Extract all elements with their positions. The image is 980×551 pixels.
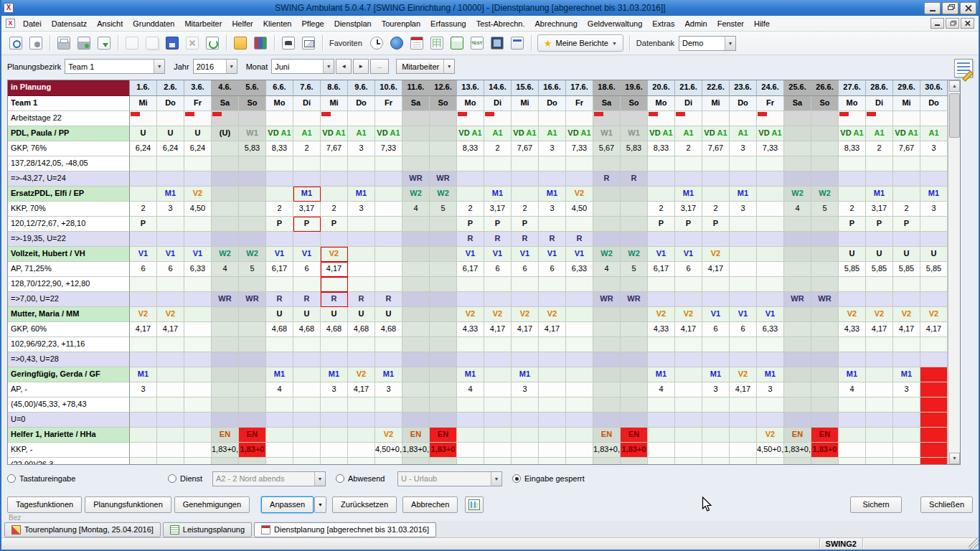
shift-cell[interactable] (593, 187, 621, 202)
shift-cell[interactable] (512, 187, 539, 202)
rest-cell[interactable] (866, 352, 893, 367)
extra-cell[interactable] (839, 458, 866, 464)
menu-datensatz[interactable]: Datensatz (47, 17, 93, 31)
child-close-button[interactable] (961, 18, 974, 29)
rest-cell[interactable] (457, 171, 484, 187)
rest-cell[interactable] (675, 413, 702, 428)
rest-cell[interactable]: R (375, 292, 402, 307)
extra-cell[interactable] (621, 337, 648, 352)
rest-cell[interactable] (484, 292, 512, 307)
extra-cell[interactable] (839, 277, 866, 292)
rest-cell[interactable] (184, 292, 212, 307)
hours-cell[interactable]: 4,68 (293, 322, 321, 337)
rest-cell[interactable] (730, 171, 757, 187)
shift-cell[interactable] (866, 367, 893, 382)
shift-cell[interactable] (648, 187, 675, 202)
extra-cell[interactable] (621, 277, 648, 292)
abwesend-select[interactable]: U - Urlaub▼ (397, 471, 502, 486)
extra-cell[interactable] (512, 277, 539, 292)
hours-cell[interactable] (811, 322, 839, 337)
hours-cell[interactable]: 6,17 (648, 262, 675, 277)
extra-cell[interactable] (784, 156, 811, 171)
shift-cell[interactable] (702, 428, 730, 443)
rest-cell[interactable] (621, 232, 648, 247)
rest-cell[interactable] (839, 171, 866, 187)
rest-cell[interactable] (321, 352, 348, 367)
favorite-clock-icon[interactable] (367, 34, 386, 52)
shift-cell[interactable]: V2 (648, 307, 675, 322)
rest-cell[interactable] (757, 352, 784, 367)
extra-cell[interactable] (266, 156, 293, 171)
dienst-select[interactable]: A2 - 2 Nord abends▼ (212, 471, 326, 486)
shift-cell[interactable] (130, 187, 157, 202)
hours-cell[interactable]: 4,68 (348, 322, 375, 337)
shift-cell[interactable]: A1 (730, 126, 757, 141)
rest-cell[interactable] (375, 232, 402, 247)
extra-cell[interactable]: P (293, 217, 321, 232)
date-header[interactable]: 9.6. (348, 80, 375, 96)
shift-cell[interactable] (402, 247, 430, 262)
hours-cell[interactable] (621, 202, 648, 217)
extra-cell[interactable] (621, 458, 648, 464)
shift-cell[interactable]: VDA1 (375, 126, 402, 141)
hours-cell[interactable]: 6,33 (566, 262, 593, 277)
date-header[interactable]: 4.6. (212, 80, 239, 96)
rest-cell[interactable] (130, 232, 157, 247)
abbrechen-button[interactable]: Abbrechen (402, 496, 458, 513)
rest-cell[interactable] (539, 292, 566, 307)
hours-cell[interactable]: 4,33 (839, 322, 866, 337)
shift-cell[interactable]: VDA1 (893, 126, 920, 141)
extra-cell[interactable] (593, 458, 621, 464)
shift-cell[interactable] (512, 428, 539, 443)
hours-cell[interactable] (893, 443, 920, 458)
hours-cell[interactable]: 3 (130, 382, 157, 397)
shift-cell[interactable] (811, 367, 839, 382)
hours-cell[interactable]: 6,24 (130, 141, 157, 156)
shift-cell[interactable]: V1 (648, 247, 675, 262)
hours-cell[interactable] (811, 382, 839, 397)
shift-cell[interactable]: V1 (293, 247, 321, 262)
hours-cell[interactable]: 8,33 (266, 141, 293, 156)
hours-cell[interactable]: 8,33 (839, 141, 866, 156)
rest-cell[interactable] (839, 413, 866, 428)
extra-cell[interactable] (130, 397, 157, 413)
rest-cell[interactable] (512, 292, 539, 307)
extra-cell[interactable] (566, 156, 593, 171)
hours-cell[interactable]: 6 (539, 262, 566, 277)
hours-cell[interactable] (920, 382, 948, 397)
extra-cell[interactable] (130, 277, 157, 292)
hours-cell[interactable] (730, 262, 757, 277)
shift-cell[interactable]: V2 (157, 307, 184, 322)
shift-cell[interactable]: V1 (184, 247, 212, 262)
shift-cell[interactable]: M1 (702, 367, 730, 382)
extra-cell[interactable]: P (648, 217, 675, 232)
hours-cell[interactable]: 2 (457, 202, 484, 217)
shift-cell[interactable]: V1 (457, 247, 484, 262)
hours-cell[interactable]: 1,83+0, (402, 443, 430, 458)
hours-cell[interactable] (811, 262, 839, 277)
extra-cell[interactable] (239, 337, 266, 352)
shift-cell[interactable]: A1 (866, 126, 893, 141)
shift-cell[interactable] (757, 187, 784, 202)
hours-cell[interactable]: 4 (402, 202, 430, 217)
extra-cell[interactable] (920, 217, 948, 232)
extra-cell[interactable] (321, 156, 348, 171)
hours-cell[interactable]: 4 (648, 382, 675, 397)
hours-cell[interactable] (266, 443, 293, 458)
hours-cell[interactable] (593, 202, 621, 217)
shift-cell[interactable] (839, 187, 866, 202)
shift-cell[interactable] (157, 428, 184, 443)
shift-cell[interactable]: V2 (566, 187, 593, 202)
extra-cell[interactable] (566, 217, 593, 232)
shift-cell[interactable]: U (293, 307, 321, 322)
copy-record-icon[interactable] (143, 34, 161, 52)
rest-cell[interactable] (784, 171, 811, 187)
hours-cell[interactable] (811, 141, 839, 156)
extra-cell[interactable] (593, 217, 621, 232)
extra-cell[interactable] (266, 337, 293, 352)
hours-cell[interactable] (184, 443, 212, 458)
hours-cell[interactable] (348, 262, 375, 277)
rest-cell[interactable] (184, 232, 212, 247)
datenbank-select[interactable]: Demo▼ (679, 36, 736, 51)
extra-cell[interactable] (866, 156, 893, 171)
